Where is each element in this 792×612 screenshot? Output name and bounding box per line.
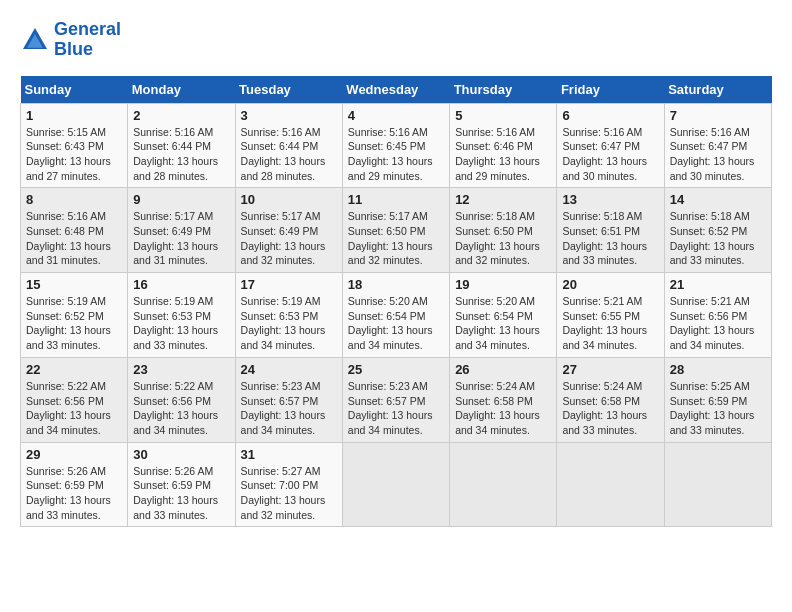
day-number: 31 — [241, 447, 337, 462]
day-info: Sunrise: 5:16 AM Sunset: 6:44 PM Dayligh… — [241, 125, 337, 184]
day-info: Sunrise: 5:16 AM Sunset: 6:44 PM Dayligh… — [133, 125, 229, 184]
calendar-cell: 28 Sunrise: 5:25 AM Sunset: 6:59 PM Dayl… — [664, 357, 771, 442]
week-row-4: 22 Sunrise: 5:22 AM Sunset: 6:56 PM Dayl… — [21, 357, 772, 442]
calendar-cell — [557, 442, 664, 527]
calendar-cell: 9 Sunrise: 5:17 AM Sunset: 6:49 PM Dayli… — [128, 188, 235, 273]
day-number: 5 — [455, 108, 551, 123]
day-info: Sunrise: 5:16 AM Sunset: 6:47 PM Dayligh… — [562, 125, 658, 184]
calendar-cell: 5 Sunrise: 5:16 AM Sunset: 6:46 PM Dayli… — [450, 103, 557, 188]
header-day-tuesday: Tuesday — [235, 76, 342, 104]
header-day-saturday: Saturday — [664, 76, 771, 104]
day-number: 3 — [241, 108, 337, 123]
day-number: 23 — [133, 362, 229, 377]
day-number: 4 — [348, 108, 444, 123]
calendar-cell: 7 Sunrise: 5:16 AM Sunset: 6:47 PM Dayli… — [664, 103, 771, 188]
day-info: Sunrise: 5:19 AM Sunset: 6:53 PM Dayligh… — [241, 294, 337, 353]
logo-icon — [20, 25, 50, 55]
header-day-wednesday: Wednesday — [342, 76, 449, 104]
day-info: Sunrise: 5:16 AM Sunset: 6:45 PM Dayligh… — [348, 125, 444, 184]
day-number: 19 — [455, 277, 551, 292]
calendar-cell: 2 Sunrise: 5:16 AM Sunset: 6:44 PM Dayli… — [128, 103, 235, 188]
calendar-cell: 11 Sunrise: 5:17 AM Sunset: 6:50 PM Dayl… — [342, 188, 449, 273]
day-info: Sunrise: 5:24 AM Sunset: 6:58 PM Dayligh… — [562, 379, 658, 438]
week-row-2: 8 Sunrise: 5:16 AM Sunset: 6:48 PM Dayli… — [21, 188, 772, 273]
day-number: 22 — [26, 362, 122, 377]
calendar-cell: 19 Sunrise: 5:20 AM Sunset: 6:54 PM Dayl… — [450, 273, 557, 358]
day-info: Sunrise: 5:16 AM Sunset: 6:48 PM Dayligh… — [26, 209, 122, 268]
calendar-cell: 18 Sunrise: 5:20 AM Sunset: 6:54 PM Dayl… — [342, 273, 449, 358]
day-info: Sunrise: 5:26 AM Sunset: 6:59 PM Dayligh… — [26, 464, 122, 523]
calendar-cell: 12 Sunrise: 5:18 AM Sunset: 6:50 PM Dayl… — [450, 188, 557, 273]
calendar-cell: 8 Sunrise: 5:16 AM Sunset: 6:48 PM Dayli… — [21, 188, 128, 273]
day-number: 24 — [241, 362, 337, 377]
day-info: Sunrise: 5:16 AM Sunset: 6:46 PM Dayligh… — [455, 125, 551, 184]
day-info: Sunrise: 5:20 AM Sunset: 6:54 PM Dayligh… — [455, 294, 551, 353]
day-info: Sunrise: 5:22 AM Sunset: 6:56 PM Dayligh… — [133, 379, 229, 438]
header-day-monday: Monday — [128, 76, 235, 104]
calendar-cell: 25 Sunrise: 5:23 AM Sunset: 6:57 PM Dayl… — [342, 357, 449, 442]
calendar-cell: 15 Sunrise: 5:19 AM Sunset: 6:52 PM Dayl… — [21, 273, 128, 358]
calendar-cell: 4 Sunrise: 5:16 AM Sunset: 6:45 PM Dayli… — [342, 103, 449, 188]
calendar-cell: 1 Sunrise: 5:15 AM Sunset: 6:43 PM Dayli… — [21, 103, 128, 188]
calendar-cell: 17 Sunrise: 5:19 AM Sunset: 6:53 PM Dayl… — [235, 273, 342, 358]
day-info: Sunrise: 5:17 AM Sunset: 6:49 PM Dayligh… — [241, 209, 337, 268]
header-row: SundayMondayTuesdayWednesdayThursdayFrid… — [21, 76, 772, 104]
day-number: 15 — [26, 277, 122, 292]
week-row-3: 15 Sunrise: 5:19 AM Sunset: 6:52 PM Dayl… — [21, 273, 772, 358]
day-number: 26 — [455, 362, 551, 377]
day-number: 29 — [26, 447, 122, 462]
day-info: Sunrise: 5:19 AM Sunset: 6:52 PM Dayligh… — [26, 294, 122, 353]
day-number: 16 — [133, 277, 229, 292]
week-row-1: 1 Sunrise: 5:15 AM Sunset: 6:43 PM Dayli… — [21, 103, 772, 188]
day-info: Sunrise: 5:17 AM Sunset: 6:50 PM Dayligh… — [348, 209, 444, 268]
day-info: Sunrise: 5:19 AM Sunset: 6:53 PM Dayligh… — [133, 294, 229, 353]
day-number: 21 — [670, 277, 766, 292]
day-info: Sunrise: 5:18 AM Sunset: 6:51 PM Dayligh… — [562, 209, 658, 268]
header-day-thursday: Thursday — [450, 76, 557, 104]
day-info: Sunrise: 5:17 AM Sunset: 6:49 PM Dayligh… — [133, 209, 229, 268]
calendar-cell: 13 Sunrise: 5:18 AM Sunset: 6:51 PM Dayl… — [557, 188, 664, 273]
calendar-cell — [450, 442, 557, 527]
day-number: 12 — [455, 192, 551, 207]
day-number: 6 — [562, 108, 658, 123]
day-number: 17 — [241, 277, 337, 292]
calendar-cell: 20 Sunrise: 5:21 AM Sunset: 6:55 PM Dayl… — [557, 273, 664, 358]
day-number: 7 — [670, 108, 766, 123]
day-info: Sunrise: 5:22 AM Sunset: 6:56 PM Dayligh… — [26, 379, 122, 438]
day-number: 2 — [133, 108, 229, 123]
calendar-cell: 24 Sunrise: 5:23 AM Sunset: 6:57 PM Dayl… — [235, 357, 342, 442]
calendar-cell: 10 Sunrise: 5:17 AM Sunset: 6:49 PM Dayl… — [235, 188, 342, 273]
calendar-table: SundayMondayTuesdayWednesdayThursdayFrid… — [20, 76, 772, 528]
day-info: Sunrise: 5:24 AM Sunset: 6:58 PM Dayligh… — [455, 379, 551, 438]
day-number: 25 — [348, 362, 444, 377]
logo-text: General Blue — [54, 20, 121, 60]
day-number: 28 — [670, 362, 766, 377]
day-info: Sunrise: 5:21 AM Sunset: 6:55 PM Dayligh… — [562, 294, 658, 353]
calendar-cell — [664, 442, 771, 527]
day-info: Sunrise: 5:20 AM Sunset: 6:54 PM Dayligh… — [348, 294, 444, 353]
day-number: 18 — [348, 277, 444, 292]
day-number: 10 — [241, 192, 337, 207]
day-info: Sunrise: 5:15 AM Sunset: 6:43 PM Dayligh… — [26, 125, 122, 184]
calendar-cell: 14 Sunrise: 5:18 AM Sunset: 6:52 PM Dayl… — [664, 188, 771, 273]
day-info: Sunrise: 5:16 AM Sunset: 6:47 PM Dayligh… — [670, 125, 766, 184]
day-info: Sunrise: 5:23 AM Sunset: 6:57 PM Dayligh… — [241, 379, 337, 438]
calendar-cell: 27 Sunrise: 5:24 AM Sunset: 6:58 PM Dayl… — [557, 357, 664, 442]
day-number: 30 — [133, 447, 229, 462]
week-row-5: 29 Sunrise: 5:26 AM Sunset: 6:59 PM Dayl… — [21, 442, 772, 527]
day-info: Sunrise: 5:18 AM Sunset: 6:52 PM Dayligh… — [670, 209, 766, 268]
header-day-sunday: Sunday — [21, 76, 128, 104]
day-info: Sunrise: 5:27 AM Sunset: 7:00 PM Dayligh… — [241, 464, 337, 523]
calendar-cell: 6 Sunrise: 5:16 AM Sunset: 6:47 PM Dayli… — [557, 103, 664, 188]
logo: General Blue — [20, 20, 121, 60]
day-number: 13 — [562, 192, 658, 207]
day-info: Sunrise: 5:25 AM Sunset: 6:59 PM Dayligh… — [670, 379, 766, 438]
calendar-cell: 31 Sunrise: 5:27 AM Sunset: 7:00 PM Dayl… — [235, 442, 342, 527]
calendar-cell — [342, 442, 449, 527]
page-header: General Blue — [20, 20, 772, 60]
day-info: Sunrise: 5:21 AM Sunset: 6:56 PM Dayligh… — [670, 294, 766, 353]
day-number: 1 — [26, 108, 122, 123]
header-day-friday: Friday — [557, 76, 664, 104]
day-info: Sunrise: 5:18 AM Sunset: 6:50 PM Dayligh… — [455, 209, 551, 268]
calendar-cell: 3 Sunrise: 5:16 AM Sunset: 6:44 PM Dayli… — [235, 103, 342, 188]
